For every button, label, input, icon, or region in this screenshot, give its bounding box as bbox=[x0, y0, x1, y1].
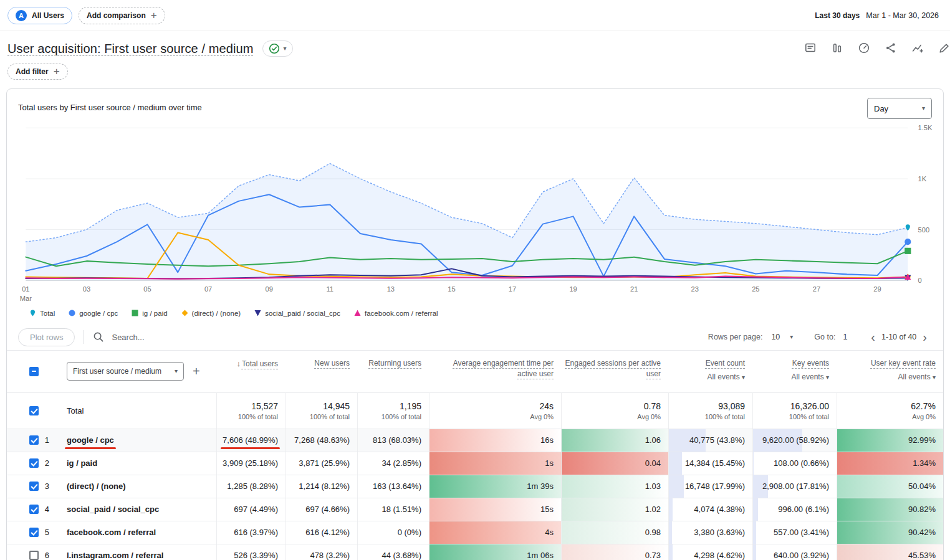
key-events-bar bbox=[753, 498, 758, 521]
cell-avg-engagement-time: 1s bbox=[429, 452, 561, 475]
chart-title: Total users by First user source / mediu… bbox=[18, 98, 932, 112]
plot-rows-button[interactable]: Plot rows bbox=[18, 328, 75, 346]
cell-returning-users: 18 (1.51%) bbox=[357, 498, 429, 521]
cell-new-users: 616 (4.12%) bbox=[285, 521, 357, 544]
column-header-returning-users[interactable]: Returning users bbox=[357, 351, 429, 392]
table-row: 2ig / paid3,909 (25.18%)3,871 (25.9%)34 … bbox=[7, 452, 943, 475]
audience-avatar-icon: A bbox=[16, 10, 27, 21]
audience-chip[interactable]: A All Users bbox=[7, 7, 72, 24]
column-header-engaged-sessions[interactable]: Engaged sessions per active user bbox=[561, 351, 668, 392]
legend-item: google / cpc bbox=[69, 310, 118, 317]
column-filter-user-key-event-rate[interactable]: All events ▾ bbox=[898, 373, 936, 381]
totals-cell-engaged-sessions: 0.78Avg 0% bbox=[561, 393, 668, 429]
svg-text:19: 19 bbox=[569, 285, 577, 293]
cell-user-key-event-rate: 90.82% bbox=[837, 498, 943, 521]
total-row-checkbox[interactable] bbox=[29, 406, 39, 415]
column-header-total-users[interactable]: ↓Total users bbox=[216, 351, 285, 392]
rows-per-page-value: 10 bbox=[771, 333, 780, 341]
svg-text:17: 17 bbox=[509, 285, 516, 293]
svg-text:15: 15 bbox=[448, 285, 455, 293]
compare-data-icon[interactable] bbox=[830, 41, 844, 55]
circle-marker-icon bbox=[69, 310, 75, 316]
row-checkbox[interactable] bbox=[29, 458, 39, 468]
column-filter-key-events[interactable]: All events ▾ bbox=[792, 373, 829, 381]
row-checkbox[interactable] bbox=[29, 505, 39, 514]
table-row: 3(direct) / (none)1,285 (8.28%)1,214 (8.… bbox=[7, 475, 943, 498]
row-checkbox[interactable] bbox=[29, 551, 39, 560]
legend-label: facebook.com / referral bbox=[365, 310, 438, 317]
date-range-picker[interactable]: Last 30 days Mar 1 - Mar 30, 2026 bbox=[815, 11, 943, 20]
cell-engaged-sessions: 1.02 bbox=[561, 498, 668, 521]
totals-cell-avg-engagement-time: 24sAvg 0% bbox=[429, 393, 561, 429]
legend-item: (direct) / (none) bbox=[181, 310, 241, 317]
audience-chip-label: All Users bbox=[32, 11, 64, 20]
svg-text:29: 29 bbox=[873, 285, 881, 293]
page: A All Users Add comparison + Last 30 day… bbox=[0, 0, 950, 560]
add-secondary-dimension-button[interactable]: + bbox=[193, 364, 200, 379]
row-checkbox[interactable] bbox=[29, 435, 39, 445]
key-events-bar bbox=[753, 544, 756, 560]
table-header-row: First user source / medium▾+↓Total users… bbox=[7, 351, 943, 393]
add-comparison-label: Add comparison bbox=[87, 11, 146, 20]
row-index: 2 bbox=[38, 452, 57, 475]
square-marker-icon bbox=[132, 310, 138, 316]
row-index: 1 bbox=[38, 429, 57, 452]
row-index: 5 bbox=[38, 521, 57, 544]
row-dimension-value: l.instagram.com / referral bbox=[57, 544, 216, 560]
legend-label: (direct) / (none) bbox=[192, 310, 241, 317]
go-to-input[interactable]: 1 bbox=[843, 333, 847, 341]
cell-engaged-sessions: 1.06 bbox=[561, 429, 668, 452]
report-header: User acquisition: First user source / me… bbox=[0, 31, 950, 80]
totals-cell-user-key-event-rate: 62.7%Avg 0% bbox=[837, 393, 943, 429]
legend-item: social_paid / social_cpc bbox=[254, 310, 340, 317]
cell-user-key-event-rate: 45.53% bbox=[837, 544, 943, 560]
notes-icon[interactable] bbox=[804, 41, 817, 55]
row-index: 3 bbox=[38, 475, 57, 498]
row-dimension-value: facebook.com / referral bbox=[57, 521, 216, 544]
previous-page-button[interactable]: ‹ bbox=[866, 331, 880, 343]
cell-engaged-sessions: 0.98 bbox=[561, 521, 668, 544]
column-filter-event-count[interactable]: All events ▾ bbox=[708, 373, 745, 381]
edit-icon[interactable] bbox=[938, 41, 950, 55]
dimension-select-value: First user source / medium bbox=[73, 367, 161, 376]
rows-per-page-select[interactable]: 10 ▾ bbox=[771, 333, 793, 341]
cell-avg-engagement-time: 1m 39s bbox=[429, 475, 561, 498]
search-input[interactable] bbox=[110, 332, 322, 343]
next-page-button[interactable]: › bbox=[918, 331, 932, 343]
row-checkbox[interactable] bbox=[29, 528, 39, 537]
add-filter-chip[interactable]: Add filter + bbox=[7, 64, 68, 80]
cell-returning-users: 813 (68.03%) bbox=[357, 429, 429, 452]
share-icon[interactable] bbox=[884, 41, 898, 55]
svg-text:Mar: Mar bbox=[20, 295, 32, 302]
chevron-down-icon: ▾ bbox=[922, 105, 925, 112]
legend-item: Total bbox=[29, 310, 55, 317]
cell-engaged-sessions: 1.03 bbox=[561, 475, 668, 498]
totals-cell-event-count: 93,089100% of total bbox=[668, 393, 752, 429]
svg-text:13: 13 bbox=[387, 285, 395, 293]
insights-icon[interactable] bbox=[911, 41, 924, 55]
select-all-checkbox[interactable] bbox=[29, 367, 39, 376]
column-header-avg-engagement-time[interactable]: Average engagement time per active user bbox=[429, 351, 561, 392]
svg-text:03: 03 bbox=[83, 285, 90, 293]
divider bbox=[84, 330, 84, 344]
table-toolbar: Plot rows Rows per page: 10 ▾ Go to: 1 ‹… bbox=[7, 325, 943, 351]
dimension-select[interactable]: First user source / medium▾ bbox=[67, 362, 184, 381]
cell-total-users: 7,606 (48.99%) bbox=[216, 429, 285, 452]
cell-event-count: 4,074 (4.38%) bbox=[668, 498, 752, 521]
rows-per-page-label: Rows per page: bbox=[708, 333, 763, 341]
column-header-event-count[interactable]: Event countAll events ▾ bbox=[668, 351, 752, 392]
column-header-new-users[interactable]: New users bbox=[285, 351, 357, 392]
table-row: 4social_paid / social_cpc697 (4.49%)697 … bbox=[7, 498, 943, 521]
column-header-key-events[interactable]: Key eventsAll events ▾ bbox=[752, 351, 837, 392]
granularity-select[interactable]: Day ▾ bbox=[867, 98, 932, 119]
add-comparison-chip[interactable]: Add comparison + bbox=[79, 7, 165, 24]
cell-key-events: 2,908.00 (17.81%) bbox=[752, 475, 837, 498]
cell-user-key-event-rate: 92.99% bbox=[837, 429, 943, 452]
cell-engaged-sessions: 0.73 bbox=[561, 544, 668, 560]
go-to-label: Go to: bbox=[814, 333, 835, 341]
column-header-user-key-event-rate[interactable]: User key event rateAll events ▾ bbox=[837, 351, 943, 392]
report-validity-badge[interactable]: ▾ bbox=[262, 40, 293, 57]
row-checkbox[interactable] bbox=[29, 482, 39, 491]
cell-event-count: 3,380 (3.63%) bbox=[668, 521, 752, 544]
data-quality-icon[interactable] bbox=[857, 41, 871, 55]
